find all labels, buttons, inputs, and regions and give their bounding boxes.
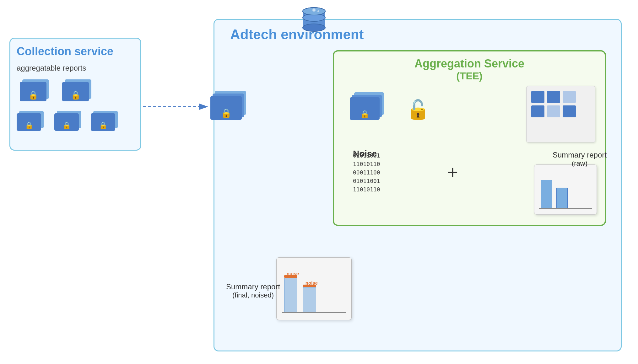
summary-report-raw-card [534, 164, 597, 215]
collection-service-box: Collection service aggregatable reports … [9, 38, 141, 151]
agg-service-sub-label: (TEE) [456, 70, 483, 82]
svg-point-10 [317, 10, 319, 12]
plus-sign: + [447, 161, 458, 183]
adtech-env-label: Adtech environment [230, 27, 364, 42]
final-summary-report-card: noise noise [276, 257, 352, 320]
summary-report-grid-card [526, 86, 595, 142]
noise-section: Noise 0101100111010110000111000101100111… [353, 149, 380, 194]
database-icon [301, 6, 327, 35]
collection-service-sub-label: aggregatable reports [17, 64, 86, 72]
final-summary-report-label: Summary report (final, noised) [226, 282, 280, 299]
noise-label: Noise [353, 149, 377, 159]
summary-report-raw-label: Summary report (raw) [553, 151, 607, 168]
unlock-icon: 🔓 [406, 99, 430, 121]
collection-service-label: Collection service [17, 45, 113, 58]
aggregation-service-box: Aggregation Service (TEE) 🔒 🔓 Noi [333, 50, 606, 226]
agg-service-label: Aggregation Service [414, 57, 524, 70]
diagram-container: Adtech environment Collection service ag… [0, 0, 638, 364]
svg-point-9 [312, 8, 316, 12]
svg-point-6 [303, 24, 325, 31]
